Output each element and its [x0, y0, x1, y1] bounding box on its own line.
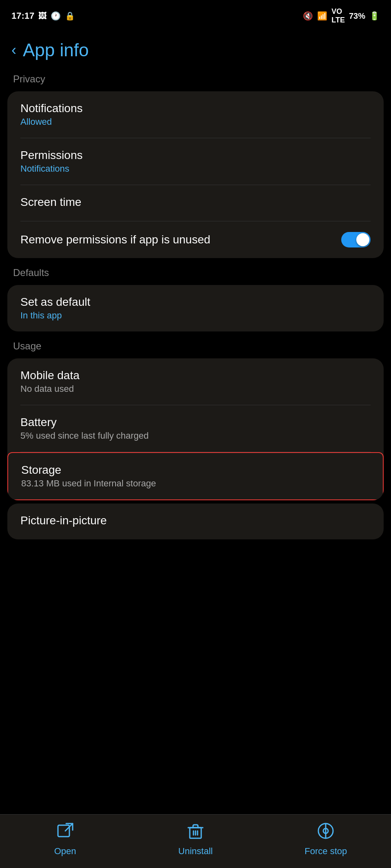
permissions-item[interactable]: Permissions Notifications: [7, 138, 384, 185]
toggle-knob: [356, 233, 369, 246]
privacy-section-label: Privacy: [0, 68, 391, 88]
mobile-data-item[interactable]: Mobile data No data used: [7, 358, 384, 405]
defaults-section-label: Defaults: [0, 261, 391, 282]
open-icon: [56, 822, 74, 843]
privacy-card: Notifications Allowed Permissions Notifi…: [7, 91, 384, 258]
set-as-default-title: Set as default: [20, 296, 371, 309]
battery-subtitle: 5% used since last fully charged: [20, 431, 371, 441]
battery-icon: 🔋: [369, 11, 380, 21]
permissions-title: Permissions: [20, 149, 371, 162]
pip-card[interactable]: Picture-in-picture: [7, 504, 384, 539]
wifi-icon: 📶: [317, 11, 327, 21]
uninstall-button[interactable]: Uninstall: [171, 822, 220, 857]
set-as-default-item[interactable]: Set as default In this app: [7, 285, 384, 331]
usage-card: Mobile data No data used Battery 5% used…: [7, 358, 384, 500]
force-stop-label: Force stop: [304, 846, 347, 857]
battery-item[interactable]: Battery 5% used since last fully charged: [7, 405, 384, 452]
remove-permissions-item[interactable]: Remove permissions if app is unused: [7, 221, 384, 258]
status-bar: 17:17 🖼 🕐 🔒 🔇 📶 VOLTE 73% 🔋: [0, 0, 391, 29]
lock-icon: 🔒: [65, 11, 75, 21]
pip-item[interactable]: Picture-in-picture: [7, 504, 384, 539]
notifications-subtitle: Allowed: [20, 117, 371, 127]
open-label: Open: [54, 846, 76, 857]
screen-time-title: Screen time: [20, 196, 371, 209]
set-as-default-subtitle: In this app: [20, 310, 371, 321]
remove-permissions-label: Remove permissions if app is unused: [20, 233, 341, 246]
force-stop-icon: [317, 822, 335, 843]
storage-subtitle: 83.13 MB used in Internal storage: [21, 478, 370, 489]
clock-icon: 🕐: [51, 11, 61, 21]
mobile-data-subtitle: No data used: [20, 384, 371, 394]
permissions-subtitle: Notifications: [20, 163, 371, 174]
uninstall-label: Uninstall: [178, 846, 213, 857]
remove-permissions-toggle[interactable]: [341, 232, 371, 247]
defaults-card: Set as default In this app: [7, 285, 384, 331]
notifications-item[interactable]: Notifications Allowed: [7, 91, 384, 138]
screen-time-item[interactable]: Screen time: [7, 185, 384, 221]
battery-title: Battery: [20, 416, 371, 429]
uninstall-icon: [187, 822, 204, 843]
status-time: 17:17: [11, 11, 34, 21]
svg-rect-0: [58, 825, 69, 837]
storage-title: Storage: [21, 464, 370, 477]
signal-icon: VOLTE: [331, 7, 345, 24]
mobile-data-title: Mobile data: [20, 369, 371, 382]
battery-text: 73%: [349, 11, 365, 21]
usage-section-label: Usage: [0, 335, 391, 355]
bottom-bar: Open Uninstall Force stop: [0, 814, 391, 868]
page-title: App info: [23, 40, 89, 60]
pip-title: Picture-in-picture: [20, 514, 371, 527]
photo-icon: 🖼: [38, 11, 47, 21]
header: ‹ App info: [0, 29, 391, 68]
force-stop-button[interactable]: Force stop: [301, 822, 350, 857]
storage-item[interactable]: Storage 83.13 MB used in Internal storag…: [7, 452, 384, 500]
notifications-title: Notifications: [20, 102, 371, 115]
back-button[interactable]: ‹: [11, 43, 16, 57]
status-right: 🔇 📶 VOLTE 73% 🔋: [303, 7, 380, 24]
status-left: 17:17 🖼 🕐 🔒: [11, 11, 75, 21]
open-button[interactable]: Open: [41, 822, 90, 857]
mute-icon: 🔇: [303, 11, 313, 21]
